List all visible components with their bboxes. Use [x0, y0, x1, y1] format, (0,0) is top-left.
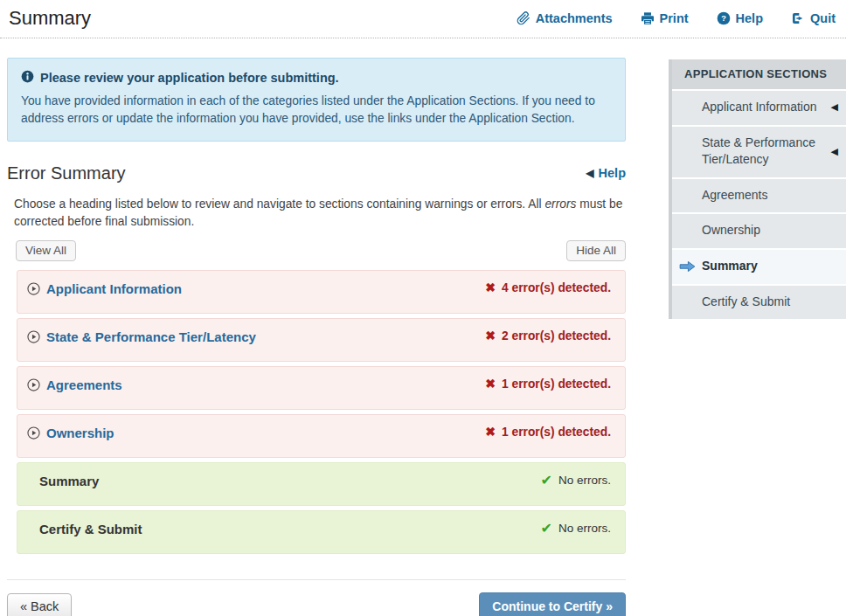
quit-label: Quit	[810, 11, 836, 25]
section-link[interactable]: Ownership	[46, 426, 114, 440]
section-link[interactable]: State & Performance Tier/Latency	[46, 329, 256, 344]
expand-play-circle-icon[interactable]	[27, 378, 40, 391]
section-link[interactable]: Agreements	[46, 377, 122, 392]
svg-text:?: ?	[721, 14, 726, 23]
printer-icon	[641, 11, 655, 25]
print-label: Print	[660, 11, 689, 25]
page-title: Summary	[9, 7, 91, 30]
help-label-top: Help	[736, 11, 763, 25]
sidebar-item[interactable]: State & Performance Tier/Latency ◀	[672, 125, 846, 177]
sidebar-item-label: Agreements	[702, 188, 767, 202]
hide-all-button[interactable]: Hide All	[566, 240, 626, 261]
header-links: Attachments Print ? Help Quit	[517, 11, 836, 25]
review-notice-box: Please review your application before su…	[7, 58, 626, 142]
help-link-top[interactable]: ? Help	[717, 11, 763, 25]
summary-page: Summary Attachments Print ? Help Quit	[0, 0, 846, 616]
quit-icon	[791, 11, 805, 25]
error-marker-triangle-icon: ◀	[831, 145, 838, 158]
sidebar-item[interactable]: Ownership	[672, 212, 846, 248]
sidebar-item-label: Ownership	[702, 223, 760, 237]
info-icon	[21, 70, 34, 86]
notice-body: You have provided information in each of…	[21, 93, 612, 128]
section-row-left: Ownership	[27, 426, 114, 440]
sidebar-item-label: Certify & Submit	[702, 294, 790, 308]
section-status-text: No errors.	[558, 474, 611, 487]
content-area: Please review your application before su…	[0, 38, 846, 616]
section-label: Certify & Submit	[39, 522, 142, 536]
section-row-status: ✖ 1 error(s) detected.	[485, 426, 611, 439]
footer-actions: « Back Continue to Certify »	[7, 580, 626, 616]
sidebar-item[interactable]: Applicant Information ◀	[672, 89, 846, 125]
sidebar-item-label: Summary	[702, 259, 758, 273]
error-summary-header: Error Summary ◀ Help	[7, 163, 626, 183]
section-row-status: ✖ 2 error(s) detected.	[485, 329, 611, 343]
section-row-status: ✖ 4 error(s) detected.	[485, 281, 611, 294]
paperclip-icon	[517, 11, 530, 25]
section-row-status: ✔ No errors.	[541, 474, 611, 488]
sidebar-title: APPLICATION SECTIONS	[672, 59, 846, 89]
back-button[interactable]: « Back	[7, 593, 72, 616]
section-link[interactable]: Applicant Information	[46, 281, 182, 296]
current-section-arrow-icon	[679, 261, 696, 273]
error-x-icon: ✖	[485, 426, 496, 438]
error-x-icon: ✖	[485, 329, 496, 342]
section-status-text: 4 error(s) detected.	[502, 281, 611, 294]
quit-link[interactable]: Quit	[791, 11, 836, 25]
error-summary-toolbar: View All Hide All	[16, 240, 626, 261]
error-x-icon: ✖	[485, 281, 496, 294]
section-row-left: Agreements	[27, 377, 122, 392]
expand-play-circle-icon[interactable]	[27, 426, 40, 440]
section-status-row[interactable]: Ownership ✖ 1 error(s) detected.	[17, 414, 626, 458]
section-row-left: Certify & Submit	[39, 522, 142, 536]
page-header: Summary Attachments Print ? Help Quit	[0, 0, 846, 38]
attachments-link[interactable]: Attachments	[517, 11, 613, 25]
section-status-text: 1 error(s) detected.	[502, 426, 611, 439]
section-status-row[interactable]: Applicant Information ✖ 4 error(s) detec…	[17, 270, 626, 314]
attachments-label: Attachments	[536, 11, 613, 25]
expand-play-circle-icon[interactable]	[27, 330, 40, 343]
error-summary-help-link[interactable]: ◀ Help	[586, 166, 626, 180]
error-summary-title: Error Summary	[7, 163, 126, 183]
expand-play-circle-icon[interactable]	[27, 282, 40, 295]
section-row-left: Summary	[39, 474, 99, 488]
sidebar-item-label: Applicant Information	[702, 100, 817, 114]
error-marker-triangle-icon: ◀	[831, 101, 838, 114]
success-check-icon: ✔	[541, 474, 552, 488]
section-row-left: State & Performance Tier/Latency	[27, 329, 256, 344]
help-icon: ?	[717, 11, 731, 25]
error-summary-instructions: Choose a heading listed below to review …	[14, 196, 626, 231]
error-summary-help-label: Help	[599, 166, 626, 180]
sidebar-item[interactable]: Agreements	[672, 177, 846, 213]
section-status-row[interactable]: State & Performance Tier/Latency ✖ 2 err…	[17, 318, 626, 362]
main-column: Please review your application before su…	[0, 38, 644, 616]
section-row-status: ✖ 1 error(s) detected.	[485, 377, 611, 391]
notice-title-row: Please review your application before su…	[21, 70, 612, 86]
print-link[interactable]: Print	[641, 11, 689, 25]
section-status-row[interactable]: Agreements ✖ 1 error(s) detected.	[17, 366, 626, 410]
sidebar-items: Applicant Information ◀ State & Performa…	[672, 89, 846, 319]
error-summary-rows: Applicant Information ✖ 4 error(s) detec…	[17, 270, 626, 554]
section-status-text: 2 error(s) detected.	[502, 329, 611, 343]
section-status-row[interactable]: Summary ✔ No errors.	[17, 462, 626, 506]
section-status-text: No errors.	[558, 522, 611, 535]
section-row-left: Applicant Information	[27, 281, 182, 296]
section-status-text: 1 error(s) detected.	[502, 377, 611, 391]
error-x-icon: ✖	[485, 377, 496, 390]
application-sections-sidebar: APPLICATION SECTIONS Applicant Informati…	[669, 59, 846, 319]
continue-to-certify-button[interactable]: Continue to Certify »	[479, 592, 626, 616]
section-label: Summary	[39, 474, 99, 488]
view-all-button[interactable]: View All	[16, 240, 76, 261]
left-triangle-icon: ◀	[586, 167, 593, 179]
success-check-icon: ✔	[541, 522, 552, 536]
section-row-status: ✔ No errors.	[541, 522, 611, 536]
sidebar-item[interactable]: Certify & Submit	[672, 284, 846, 320]
sidebar-item-label: State & Performance Tier/Latency	[702, 135, 815, 167]
sidebar-item[interactable]: Summary	[672, 248, 846, 284]
section-status-row[interactable]: Certify & Submit ✔ No errors.	[17, 510, 626, 554]
notice-title: Please review your application before su…	[40, 71, 339, 85]
